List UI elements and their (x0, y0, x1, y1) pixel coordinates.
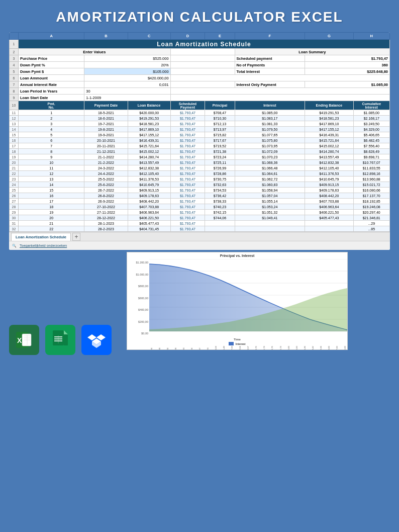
value-down-dollar[interactable]: $105.000 (84, 68, 170, 75)
cell-20-1: 21-2-2022 (84, 160, 128, 165)
col-header-h[interactable]: H (353, 33, 390, 40)
row-num-29: 29 (10, 210, 19, 215)
row-num-21: 21 (10, 165, 19, 171)
value-down-pct[interactable]: 20% (84, 62, 170, 68)
cell-15-6: $416.439,31 (305, 132, 353, 138)
chart-svg (149, 259, 347, 332)
value-loan-period[interactable]: 30 (84, 88, 170, 95)
row-num-26: 26 (10, 193, 19, 199)
cell-16-1: 20-10-2021 (84, 138, 128, 143)
cell-25-2: $409.913,15 (128, 188, 170, 193)
col-header-b[interactable]: B (84, 33, 128, 40)
row-6: 6 (10, 75, 19, 81)
value-num-payments: 360 (305, 62, 390, 68)
value-purchase-price[interactable]: $525.000 (84, 55, 170, 62)
cell-21-7: $11.833,55 (353, 165, 390, 171)
cell-22-3: $1.793,47 (170, 171, 205, 176)
tab-add-button[interactable]: + (72, 233, 80, 241)
cell-24-0: 14 (19, 182, 84, 188)
th-principal: Principal (205, 101, 235, 110)
col-header-c[interactable]: C (128, 33, 170, 40)
cell-25-4: $734,53 (205, 188, 235, 193)
app-icons: X (9, 252, 112, 355)
cell-11-3: $1.793,47 (170, 110, 205, 116)
cell-27-3: $1.793,47 (170, 199, 205, 204)
table-row: 19921-1-2022$414.280,74$1.793,47$723,24$… (10, 154, 390, 160)
cell-27-1: 26-9-2022 (84, 199, 128, 204)
table-row: 302028-12-2022$406.221,50$1.793,47$744,0… (10, 215, 390, 221)
cell-11-4: $708,47 (205, 110, 235, 116)
table-row: 14419-8-2021$417.869,10$1.793,47$713,97$… (10, 127, 390, 132)
cell-17-3: $1.793,47 (170, 143, 205, 149)
cell-17-6: $415.002,12 (305, 143, 353, 149)
label-interest-only: Interest Only Payment (235, 81, 305, 88)
col-header-a[interactable]: A (19, 33, 84, 40)
y-label-200: $200,00 (128, 320, 148, 323)
cell-15-1: 19-9-2021 (84, 132, 128, 138)
label-purchase-price: Purchase Price (19, 55, 84, 62)
cell-26-6: $408.442,20 (305, 193, 353, 199)
col-header-g[interactable]: G (305, 33, 353, 40)
cell-26-2: $409.178,63 (128, 193, 170, 199)
cell-23-5: $1.062,72 (235, 176, 305, 182)
table-row: 221224-4-2022$412.105,40$1.793,47$728,86… (10, 171, 390, 176)
label-loan-amount: Loan Ammount (19, 75, 84, 81)
cell-24-3: $1.793,47 (170, 182, 205, 188)
cell-29-1: 27-11-2022 (84, 210, 128, 215)
accessibility-text[interactable]: 🔍 (12, 244, 17, 248)
cell-27-2: $408.442,20 (128, 199, 170, 204)
table-row: 322228-2-2023$404.731,45$1.793,47...85 (10, 226, 390, 232)
cell-31-3: $1.793,47 (170, 221, 205, 226)
cell-32-7: ...85 (353, 226, 390, 232)
cell-29-2: $406.963,64 (128, 210, 170, 215)
dropbox-icon[interactable] (81, 325, 112, 355)
spreadsheet-container: A B C D E F G H 1 Loan Amortization Sche… (9, 32, 390, 250)
cell-14-0: 4 (19, 127, 84, 132)
page-title: AMORTIZATION CALCULATOR EXCEL (0, 9, 399, 25)
table-row: 231325-5-2022$411.376,53$1.793,47$730,75… (10, 176, 390, 182)
value-loan-amount[interactable]: $420.000,00 (84, 75, 170, 81)
table-row: 15519-9-2021$417.155,12$1.793,47$715,82$… (10, 132, 390, 138)
cell-14-6: $417.155,12 (305, 127, 353, 132)
cell-21-3: $1.793,47 (170, 165, 205, 171)
cell-21-0: 11 (19, 165, 84, 171)
cell-13-1: 19-7-2021 (84, 121, 128, 127)
cell-19-1: 21-1-2022 (84, 154, 128, 160)
cell-32-0: 22 (19, 226, 84, 232)
cell-12-0: 2 (19, 116, 84, 121)
cell-12-7: $2.168,17 (353, 116, 390, 121)
cell-26-0: 16 (19, 193, 84, 199)
cell-15-5: $1.077,65 (235, 132, 305, 138)
google-sheets-icon[interactable] (45, 325, 75, 355)
page-header: AMORTIZATION CALCULATOR EXCEL (0, 0, 399, 32)
table-row: 261626-8-2022$409.178,63$1.793,47$736,42… (10, 193, 390, 199)
cell-14-1: 19-8-2021 (84, 127, 128, 132)
cell-11-6: $419.291,53 (305, 110, 353, 116)
col-header-f[interactable]: F (235, 33, 305, 40)
cell-23-4: $730,75 (205, 176, 235, 182)
cell-20-7: $10.767,07 (353, 160, 390, 165)
value-annual-rate[interactable]: 0,031 (84, 81, 170, 88)
cell-17-4: $719,52 (205, 143, 235, 149)
cell-25-0: 15 (19, 188, 84, 193)
col-header-d[interactable]: D (170, 33, 205, 40)
tab-loan-amortization[interactable]: Loan Amortization Schedule (11, 233, 71, 241)
value-start-date[interactable]: 1-1-2009 (84, 95, 170, 101)
svg-marker-8 (64, 330, 68, 334)
cell-32-6 (305, 226, 353, 232)
accessibility-label[interactable]: Toegankelijkheid onderzoeken (20, 244, 67, 247)
cell-14-7: $4.329,00 (353, 127, 390, 132)
excel-icon[interactable]: X (9, 325, 39, 355)
cell-19-3: $1.793,47 (170, 154, 205, 160)
col-header-e[interactable]: E (205, 33, 235, 40)
cell-27-5: $1.055,14 (235, 199, 305, 204)
table-row: 11118-5-2021$420.000,00$1.793,47$708,47$… (10, 110, 390, 116)
row-num-13: 13 (10, 121, 19, 127)
cell-20-4: $725,11 (205, 160, 235, 165)
cell-32-4 (205, 226, 235, 232)
cell-31-7: ...29 (353, 221, 390, 226)
cell-30-6: $405.477,43 (305, 215, 353, 221)
cell-18-6: $414.280,74 (305, 149, 353, 154)
cell-18-4: $721,38 (205, 149, 235, 154)
cell-27-0: 17 (19, 199, 84, 204)
